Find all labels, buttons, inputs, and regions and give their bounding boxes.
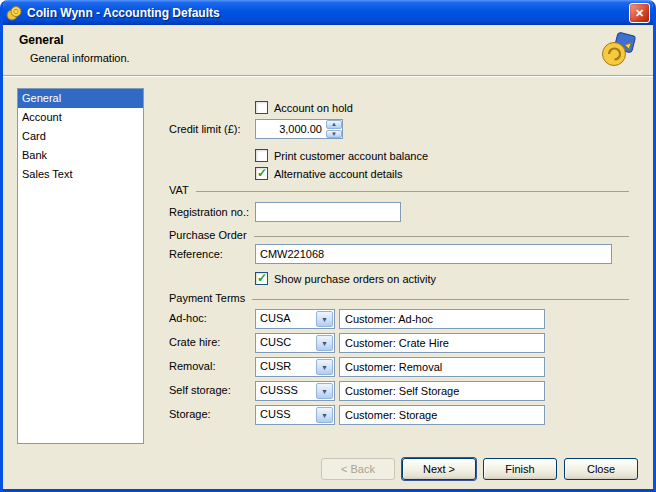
crate-hire-label: Crate hire: <box>169 336 220 348</box>
alternative-account-checkbox[interactable]: Alternative account details <box>255 166 402 181</box>
chevron-down-icon[interactable] <box>316 407 333 423</box>
self-storage-description-field[interactable]: Customer: Self Storage <box>339 381 545 401</box>
self-storage-combobox[interactable]: CUSSS <box>255 381 335 401</box>
credit-limit-spinner <box>255 119 343 139</box>
reference-label: Reference: <box>169 248 223 260</box>
next-button[interactable]: Next > <box>402 458 476 480</box>
checkbox-checked-icon <box>255 272 268 285</box>
app-icon <box>6 5 22 21</box>
show-purchase-orders-checkbox[interactable]: Show purchase orders on activity <box>255 271 436 286</box>
removal-label: Removal: <box>169 360 215 372</box>
close-button[interactable]: ✕ <box>629 3 650 23</box>
back-button[interactable]: < Back <box>321 458 395 480</box>
sidebar-item-account[interactable]: Account <box>18 108 143 127</box>
storage-label: Storage: <box>169 408 211 420</box>
credit-limit-label: Credit limit (£): <box>169 123 241 135</box>
combo-value: CUSA <box>260 312 291 324</box>
print-balance-checkbox[interactable]: Print customer account balance <box>255 148 428 163</box>
registration-no-input[interactable] <box>255 202 401 222</box>
page-title: General <box>19 33 64 47</box>
group-divider <box>252 299 629 300</box>
header-divider <box>3 75 653 77</box>
crate-hire-description-field[interactable]: Customer: Crate Hire <box>339 333 545 353</box>
checkbox-label: Account on hold <box>274 102 353 114</box>
checkbox-label: Print customer account balance <box>274 150 428 162</box>
titlebar[interactable]: Colin Wynn - Accounting Defaults ✕ <box>0 0 656 25</box>
purchase-order-group-header: Purchase Order <box>169 228 629 242</box>
sidebar-item-card[interactable]: Card <box>18 127 143 146</box>
chevron-down-icon[interactable] <box>316 311 333 327</box>
adhoc-description-field[interactable]: Customer: Ad-hoc <box>339 309 545 329</box>
wizard-icon <box>599 31 637 69</box>
checkbox-label: Alternative account details <box>274 168 402 180</box>
window-title: Colin Wynn - Accounting Defaults <box>27 6 220 20</box>
chevron-down-icon[interactable] <box>316 335 333 351</box>
payment-terms-group-header: Payment Terms <box>169 291 629 305</box>
checkbox-checked-icon <box>255 167 268 180</box>
registration-no-label: Registration no.: <box>169 206 249 218</box>
reference-input[interactable] <box>255 244 612 264</box>
group-label: VAT <box>169 184 189 196</box>
combo-value: CUSS <box>260 408 291 420</box>
group-label: Purchase Order <box>169 229 247 241</box>
spin-down-icon[interactable] <box>326 130 342 139</box>
sidebar-item-sales-text[interactable]: Sales Text <box>18 165 143 184</box>
section-list: General Account Card Bank Sales Text <box>17 88 144 444</box>
combo-value: CUSSS <box>260 384 298 396</box>
button-bar: < Back Next > Finish Close <box>3 458 653 480</box>
vat-group-header: VAT <box>169 183 629 197</box>
self-storage-label: Self storage: <box>169 384 231 396</box>
checkbox-icon <box>255 101 268 114</box>
storage-combobox[interactable]: CUSS <box>255 405 335 425</box>
group-divider <box>196 191 629 192</box>
finish-button[interactable]: Finish <box>483 458 557 480</box>
chevron-down-icon[interactable] <box>316 359 333 375</box>
combo-value: CUSR <box>260 360 291 372</box>
close-button-footer[interactable]: Close <box>564 458 638 480</box>
checkbox-icon <box>255 149 268 162</box>
close-icon: ✕ <box>635 7 644 19</box>
adhoc-combobox[interactable]: CUSA <box>255 309 335 329</box>
crate-hire-combobox[interactable]: CUSC <box>255 333 335 353</box>
sidebar-item-bank[interactable]: Bank <box>18 146 143 165</box>
page-subtitle: General information. <box>30 52 130 64</box>
spin-up-icon[interactable] <box>326 120 342 129</box>
checkbox-label: Show purchase orders on activity <box>274 273 436 285</box>
storage-description-field[interactable]: Customer: Storage <box>339 405 545 425</box>
removal-description-field[interactable]: Customer: Removal <box>339 357 545 377</box>
group-label: Payment Terms <box>169 292 245 304</box>
sidebar-item-general[interactable]: General <box>18 89 143 108</box>
adhoc-label: Ad-hoc: <box>169 312 207 324</box>
chevron-down-icon[interactable] <box>316 383 333 399</box>
combo-value: CUSC <box>260 336 291 348</box>
dialog-window: Colin Wynn - Accounting Defaults ✕ Gener… <box>0 0 656 492</box>
group-divider <box>254 236 629 237</box>
removal-combobox[interactable]: CUSR <box>255 357 335 377</box>
account-on-hold-checkbox[interactable]: Account on hold <box>255 100 353 115</box>
